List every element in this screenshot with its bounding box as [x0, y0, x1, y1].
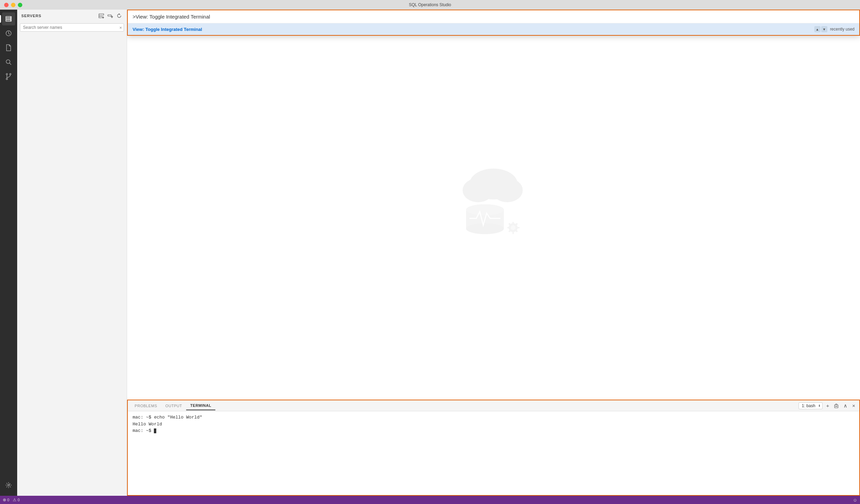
- svg-point-12: [8, 484, 10, 486]
- add-terminal-button[interactable]: +: [825, 402, 830, 409]
- error-icon: ⊗: [3, 497, 6, 502]
- sidebar-header: SERVERS: [17, 10, 127, 22]
- search-container: ×: [20, 23, 124, 32]
- svg-point-3: [10, 17, 11, 18]
- svg-point-27: [511, 225, 516, 230]
- command-down-arrow[interactable]: ▼: [821, 26, 827, 32]
- warning-count: 0: [18, 498, 20, 502]
- command-up-arrow[interactable]: ▲: [814, 26, 821, 32]
- command-palette: View: Toggle Integrated Terminal ▲ ▼ rec…: [127, 10, 860, 36]
- sidebar: SERVERS: [17, 10, 127, 496]
- sidebar-title: SERVERS: [21, 14, 42, 18]
- close-button[interactable]: [4, 3, 9, 7]
- terminal-selector[interactable]: 1: bash: [799, 402, 823, 409]
- app-body: SERVERS: [0, 10, 860, 496]
- svg-point-5: [10, 20, 11, 21]
- status-warnings[interactable]: ⚠ 0: [13, 497, 20, 502]
- app-logo: [452, 160, 535, 249]
- command-result-label: View: Toggle Integrated Terminal: [133, 27, 202, 32]
- sidebar-item-search[interactable]: [2, 56, 15, 69]
- add-server-group-button[interactable]: [107, 12, 114, 19]
- command-result-right: ▲ ▼ recently used: [814, 26, 855, 32]
- sidebar-item-new-file[interactable]: [2, 41, 15, 54]
- add-server-button[interactable]: [98, 12, 105, 19]
- svg-point-21: [492, 178, 523, 202]
- main-area: View: Toggle Integrated Terminal ▲ ▼ rec…: [127, 10, 860, 496]
- svg-line-8: [10, 63, 11, 65]
- command-palette-result[interactable]: View: Toggle Integrated Terminal ▲ ▼ rec…: [128, 23, 859, 35]
- bottom-panel: PROBLEMS OUTPUT TERMINAL 1: bash ⬍ +: [127, 400, 860, 496]
- command-nav-arrows: ▲ ▼: [814, 26, 827, 32]
- svg-rect-16: [108, 15, 111, 16]
- center-content: [127, 10, 860, 400]
- maximize-button[interactable]: [18, 3, 22, 7]
- svg-point-9: [6, 73, 8, 75]
- svg-rect-30: [507, 227, 510, 228]
- titlebar: SQL Operations Studio: [0, 0, 860, 10]
- status-errors[interactable]: ⊗ 0: [3, 497, 9, 502]
- sidebar-item-git[interactable]: [2, 70, 15, 83]
- tab-output[interactable]: OUTPUT: [161, 402, 186, 410]
- svg-point-4: [10, 19, 11, 19]
- window-controls: [4, 3, 22, 7]
- recently-used-label: recently used: [830, 27, 855, 32]
- terminal-content[interactable]: mac: ~$ echo "Hello World" Hello World m…: [128, 411, 859, 495]
- svg-point-24: [466, 223, 504, 234]
- app-title: SQL Operations Studio: [409, 2, 451, 7]
- panel-tab-actions: 1: bash ⬍ + ∧: [799, 402, 857, 410]
- bash-select-wrapper: 1: bash ⬍: [799, 402, 823, 409]
- sidebar-item-history[interactable]: [2, 27, 15, 40]
- warning-icon: ⚠: [13, 497, 16, 502]
- command-palette-input[interactable]: [128, 10, 859, 23]
- svg-point-11: [6, 78, 8, 80]
- tab-problems[interactable]: PROBLEMS: [131, 402, 161, 410]
- svg-point-25: [466, 204, 504, 215]
- svg-rect-29: [512, 231, 514, 234]
- svg-point-20: [463, 178, 494, 202]
- smiley-icon[interactable]: ☺: [853, 497, 857, 503]
- search-input[interactable]: [20, 23, 124, 32]
- svg-rect-13: [99, 14, 104, 15]
- settings-icon[interactable]: [2, 479, 15, 492]
- error-count: 0: [7, 498, 9, 502]
- command-palette-input-row: [128, 10, 859, 23]
- svg-rect-28: [512, 222, 514, 225]
- search-clear-button[interactable]: ×: [119, 25, 122, 30]
- panel-tabs: PROBLEMS OUTPUT TERMINAL 1: bash ⬍ +: [128, 400, 859, 411]
- activity-bar: [0, 10, 17, 496]
- status-right: ☺: [853, 497, 857, 503]
- kill-terminal-button[interactable]: [833, 403, 840, 409]
- sidebar-item-servers[interactable]: [2, 12, 15, 25]
- svg-point-10: [10, 73, 11, 75]
- tab-terminal[interactable]: TERMINAL: [186, 401, 215, 410]
- refresh-button[interactable]: [116, 12, 123, 19]
- minimize-button[interactable]: [11, 3, 15, 7]
- sidebar-actions: [98, 12, 123, 19]
- close-panel-button[interactable]: ×: [851, 402, 857, 409]
- maximize-panel-button[interactable]: ∧: [842, 402, 849, 410]
- status-left: ⊗ 0 ⚠ 0: [3, 497, 20, 502]
- status-bar: ⊗ 0 ⚠ 0 ☺: [0, 496, 860, 504]
- svg-rect-31: [517, 227, 520, 228]
- terminal-cursor: [154, 428, 156, 433]
